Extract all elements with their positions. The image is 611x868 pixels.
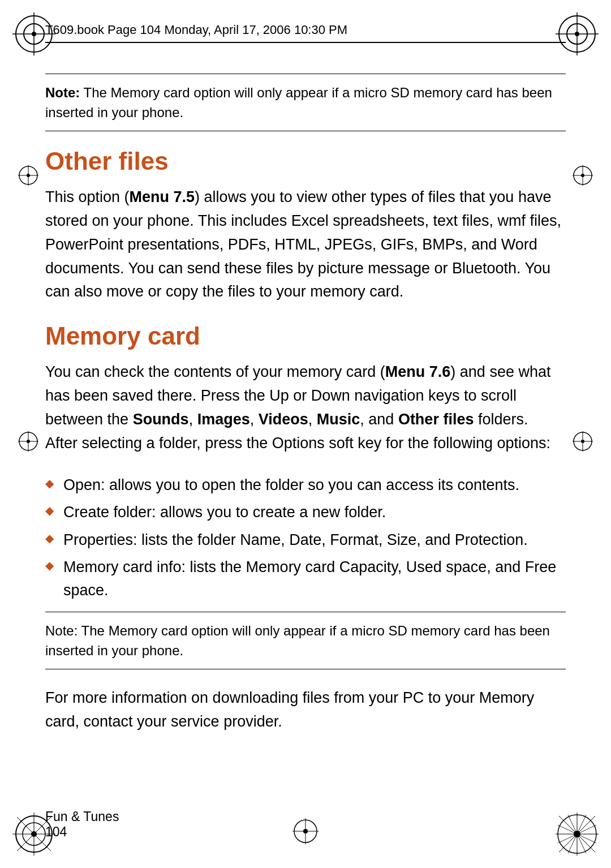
bottom-note-bold: Note:: [45, 623, 78, 638]
svg-point-30: [27, 174, 30, 177]
list-item: Memory card info: lists the Memory card …: [45, 556, 566, 601]
bottom-note-text: The Memory card option will only appear …: [45, 623, 550, 658]
page-number: 104: [45, 824, 119, 840]
svg-point-46: [303, 829, 308, 833]
bottom-center-mark: [291, 817, 320, 845]
svg-point-42: [581, 440, 584, 443]
list-item: Properties: lists the folder Name, Date,…: [45, 528, 566, 552]
svg-point-34: [27, 440, 30, 443]
corner-mark-br: [554, 811, 600, 857]
svg-point-4: [32, 32, 36, 36]
side-mark-right-top: [571, 164, 594, 187]
section2-intro: You can check the contents of your memor…: [45, 360, 566, 455]
header-text: T609.book Page 104 Monday, April 17, 200…: [45, 23, 347, 37]
svg-point-16: [31, 831, 37, 837]
section1-body: This option (Menu 7.5) allows you to vie…: [45, 186, 566, 304]
svg-point-38: [581, 174, 584, 177]
top-note-bold: Note:: [45, 85, 80, 100]
page-category: Fun & Tunes: [45, 809, 119, 824]
page-header: T609.book Page 104 Monday, April 17, 200…: [45, 23, 566, 43]
svg-point-9: [575, 32, 579, 36]
side-mark-left-mid: [17, 430, 40, 453]
footer-para: For more information on downloading file…: [45, 686, 566, 734]
side-mark-left-top: [17, 164, 40, 187]
main-content: Other files This option (Menu 7.5) allow…: [45, 147, 566, 751]
section1-heading: Other files: [45, 147, 566, 175]
svg-point-26: [574, 831, 580, 837]
section2-heading: Memory card: [45, 322, 566, 350]
top-note-box: Note: The Memory card option will only a…: [45, 74, 566, 131]
list-item: Open: allows you to open the folder so y…: [45, 474, 566, 497]
side-mark-right-mid: [571, 430, 594, 453]
top-note-text: The Memory card option will only appear …: [45, 85, 552, 120]
options-list: Open: allows you to open the folder so y…: [45, 474, 566, 602]
bottom-note-box: Note: The Memory card option will only a…: [45, 612, 566, 669]
list-item: Create folder: allows you to create a ne…: [45, 501, 566, 524]
page-info: Fun & Tunes 104: [45, 809, 119, 840]
